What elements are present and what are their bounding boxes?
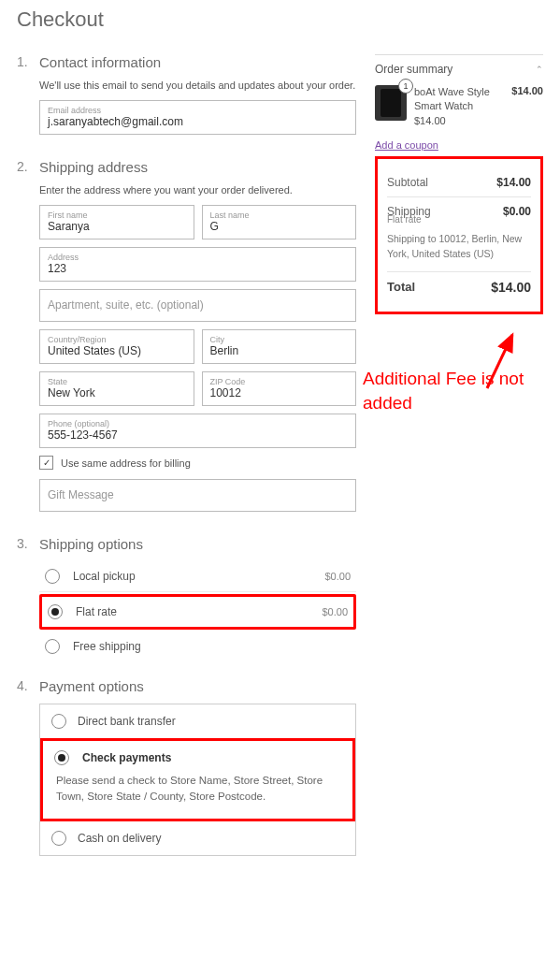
phone-field[interactable]: Phone (optional) 555-123-4567 (39, 414, 356, 448)
add-coupon-link[interactable]: Add a coupon (375, 139, 543, 151)
product-unit-price: $14.00 (414, 114, 504, 128)
section-subtitle: We'll use this email to send you details… (39, 80, 356, 91)
product-name: boAt Wave Style Smart Watch (414, 85, 504, 114)
section-title: Contact information (39, 54, 356, 70)
city-field[interactable]: City Berlin (202, 329, 357, 364)
product-thumbnail: 1 (375, 85, 407, 121)
same-billing-checkbox[interactable]: ✓ Use same address for billing (39, 456, 356, 470)
checkout-form: 1. Contact information We'll use this em… (17, 54, 356, 873)
apartment-field[interactable]: Apartment, suite, etc. (optional) (39, 289, 356, 322)
radio-icon (45, 569, 60, 584)
section-payment-options: 4. Payment options Direct bank transfer … (17, 678, 356, 856)
email-field[interactable]: Email address j.saranyabtech@gmail.com (39, 100, 356, 135)
page-title: Checkout (17, 7, 543, 32)
radio-icon (45, 639, 60, 654)
product-line-price: $14.00 (511, 85, 543, 96)
check-icon: ✓ (39, 456, 53, 470)
shipping-to: Shipping to 10012, Berlin, New York, Uni… (387, 232, 531, 272)
section-number: 3. (17, 536, 26, 661)
payment-box: Direct bank transfer Check payments Plea… (39, 704, 356, 856)
gift-message-field[interactable]: Gift Message (39, 479, 356, 512)
payment-option-cash-on-delivery[interactable]: Cash on delivery (40, 821, 355, 855)
highlight-totals: Subtotal $14.00 Shipping $0.00 Flat rate… (375, 156, 543, 314)
shipping-option-local-pickup[interactable]: Local pickup $0.00 (39, 561, 356, 592)
section-title: Payment options (39, 678, 356, 694)
order-summary: Order summary ⌃ 1 boAt Wave Style Smart … (375, 54, 543, 314)
section-number: 2. (17, 159, 26, 519)
state-field[interactable]: State New York (39, 371, 194, 406)
section-number: 4. (17, 678, 26, 856)
radio-icon (51, 831, 66, 846)
payment-description: Please send a check to Store Name, Store… (56, 773, 341, 806)
section-contact: 1. Contact information We'll use this em… (17, 54, 356, 142)
shipping-option-free-shipping[interactable]: Free shipping (39, 631, 356, 661)
subtotal-row: Subtotal $14.00 (387, 168, 531, 197)
radio-icon (51, 714, 66, 729)
summary-product-row: 1 boAt Wave Style Smart Watch $14.00 $14… (375, 85, 543, 128)
section-title: Shipping address (39, 159, 356, 175)
highlight-flat-rate: Flat rate $0.00 (39, 594, 356, 630)
radio-icon (54, 750, 69, 765)
payment-option-bank-transfer[interactable]: Direct bank transfer (40, 704, 355, 738)
section-shipping-address: 2. Shipping address Enter the address wh… (17, 159, 356, 519)
section-number: 1. (17, 54, 26, 142)
country-field[interactable]: Country/Region United States (US) (39, 329, 194, 364)
address-field[interactable]: Address 123 (39, 247, 356, 282)
payment-option-check-payments[interactable]: Check payments Please send a check to St… (40, 738, 355, 821)
section-subtitle: Enter the address where you want your or… (39, 184, 356, 196)
chevron-up-icon: ⌃ (536, 65, 543, 74)
total-row: Total $14.00 (387, 272, 531, 302)
qty-badge: 1 (398, 79, 413, 94)
summary-header[interactable]: Order summary ⌃ (375, 63, 543, 76)
section-title: Shipping options (39, 536, 356, 552)
section-shipping-options: 3. Shipping options Local pickup $0.00 F… (17, 536, 356, 661)
shipping-option-flat-rate[interactable]: Flat rate $0.00 (46, 601, 350, 623)
summary-title: Order summary (375, 63, 452, 76)
first-name-field[interactable]: First name Saranya (39, 205, 194, 240)
zip-field[interactable]: ZIP Code 10012 (202, 371, 357, 406)
radio-icon (48, 604, 63, 619)
last-name-field[interactable]: Last name G (202, 205, 357, 240)
